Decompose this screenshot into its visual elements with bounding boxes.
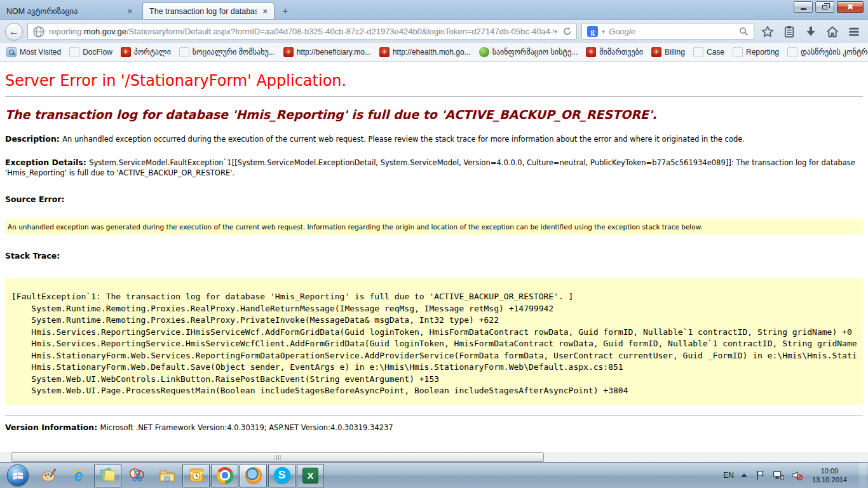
snipping-tool-icon <box>129 467 146 484</box>
search-input[interactable]: Google <box>609 27 735 36</box>
search-icon[interactable] <box>739 27 749 36</box>
folder-explorer-icon <box>159 467 175 484</box>
language-indicator[interactable]: EN <box>723 471 734 480</box>
home-icon[interactable] <box>826 25 839 38</box>
action-center-flag-icon[interactable] <box>754 470 766 481</box>
system-tray: EN 10:09 13.10.2014 <box>723 463 868 488</box>
taskbar-snipping-tool-button[interactable] <box>123 463 151 487</box>
bookmark-attendance-control[interactable]: დასწრების კონტრო... <box>787 47 868 57</box>
clock[interactable]: 10:09 13.10.2014 <box>812 466 847 484</box>
bookmark-star-icon[interactable] <box>761 25 774 38</box>
stack-line: Hmis.Services.ReportingService.IHmisServ… <box>11 327 863 339</box>
taskbar-internet-explorer-button[interactable]: e <box>64 463 93 487</box>
url-bar[interactable]: reporting.moh.gov.ge/Stationaryform/Defa… <box>27 23 577 40</box>
stack-line: System.Runtime.Remoting.Proxies.RealProx… <box>11 303 863 315</box>
error-page: Server Error in '/StationaryForm' Applic… <box>0 62 868 451</box>
taskbar-sticky-notes-button[interactable] <box>94 464 121 487</box>
stack-line: [FaultException`1: The transaction log f… <box>11 291 863 303</box>
search-engine-dropdown-icon[interactable]: ▾ <box>602 28 605 35</box>
new-tab-button[interactable]: + <box>277 4 294 17</box>
scrollbar-corner <box>857 452 868 463</box>
bookmark-case[interactable]: Case <box>693 47 724 57</box>
bookmark-placeholder-icon <box>733 47 743 57</box>
restore-button[interactable] <box>815 1 834 13</box>
stack-line: Hmis.StationaryForm.Web.Default.Save(Obj… <box>11 362 863 374</box>
most-visited-icon <box>6 47 17 57</box>
clock-date: 13.10.2014 <box>812 475 847 484</box>
bookmark-most-visited[interactable]: Most Visited <box>6 47 61 57</box>
taskbar-chrome-button[interactable] <box>211 464 238 487</box>
show-desktop-button[interactable] <box>859 463 867 488</box>
close-icon: ✖ <box>847 3 853 11</box>
reload-icon[interactable] <box>562 27 572 36</box>
bookmark-placeholder-icon <box>787 47 797 57</box>
green-globe-icon <box>479 47 489 57</box>
back-button[interactable]: ← <box>5 23 23 41</box>
minimize-icon <box>801 8 806 10</box>
search-bar[interactable]: g ▾ Google <box>581 23 754 40</box>
tab-label: The transaction log for databas... <box>149 7 257 16</box>
minimize-button[interactable] <box>794 1 813 13</box>
stack-line: Hmis.StationaryForm.Web.Services.Reporti… <box>11 350 863 362</box>
description-line: Description: An unhandled exception occu… <box>5 133 863 145</box>
taskbar-windows-explorer-button[interactable] <box>153 463 181 487</box>
divider <box>5 416 863 416</box>
window-controls: ✖ <box>794 1 864 13</box>
georgian-crest-icon <box>121 47 131 57</box>
bookmark-beneficiary[interactable]: http://beneficiary.mo... <box>283 47 371 57</box>
chrome-icon <box>217 467 233 484</box>
bookmark-docflow[interactable]: DocFlow <box>69 47 112 57</box>
stack-line: Hmis.Services.ReportingService.HmisServi… <box>11 338 863 350</box>
navigation-toolbar: ← reporting.moh.gov.ge/Stationaryform/De… <box>0 20 868 43</box>
taskbar-outlook-button[interactable] <box>182 464 210 487</box>
bookmark-social-service[interactable]: სოციალური მომსახუ... <box>179 47 275 57</box>
bookmark-information-system[interactable]: საინფორმაციო სისტე... <box>479 47 578 57</box>
scrollbar-grip-icon <box>275 455 281 460</box>
internet-explorer-icon: e <box>71 467 87 484</box>
scrollbar-thumb[interactable] <box>11 452 544 462</box>
description-label: Description: <box>5 134 62 144</box>
paint-icon <box>41 467 57 484</box>
taskbar-paint-button[interactable] <box>34 463 63 487</box>
menu-hamburger-icon[interactable] <box>848 25 860 38</box>
bookmark-placeholder-icon <box>179 47 189 57</box>
bookmark-referrals[interactable]: მიმართვები <box>586 47 643 57</box>
volume-muted-icon[interactable] <box>791 470 803 481</box>
google-engine-icon[interactable]: g <box>587 26 598 37</box>
hidden-icons-arrow-icon[interactable] <box>741 473 747 477</box>
url-dropdown-icon[interactable]: ▾ <box>554 28 557 35</box>
source-error-text: An unhandled exception was generated dur… <box>8 223 703 231</box>
start-button[interactable] <box>2 463 34 488</box>
firefox-icon <box>245 467 262 484</box>
taskbar-excel-button[interactable]: X <box>297 464 324 487</box>
bookmark-portal[interactable]: პორტალი <box>121 47 171 57</box>
exception-details-line: Exception Details: System.ServiceModel.F… <box>5 157 863 179</box>
page-title: Server Error in '/StationaryForm' Applic… <box>5 72 863 90</box>
outlook-icon <box>188 467 205 484</box>
stack-line: System.Web.UI.Page.ProcessRequestMain(Bo… <box>11 385 863 397</box>
excel-icon: X <box>302 468 318 484</box>
georgian-crest-icon <box>283 47 294 57</box>
horizontal-scrollbar[interactable] <box>0 451 868 462</box>
scroll-left-button[interactable] <box>0 452 11 463</box>
bookmark-billing[interactable]: Billing <box>651 47 685 57</box>
taskbar-skype-button[interactable]: S <box>268 464 295 487</box>
close-button[interactable]: ✖ <box>837 1 864 13</box>
tab-close-icon[interactable]: × <box>262 6 268 16</box>
taskbar-firefox-button[interactable] <box>240 464 267 487</box>
url-text[interactable]: reporting.moh.gov.ge/Stationaryform/Defa… <box>49 27 554 36</box>
stack-line: System.Runtime.Remoting.Proxies.RealProx… <box>11 315 863 327</box>
tab-label: NOM ავტორიზაცია <box>6 6 122 16</box>
source-error-label: Source Error: <box>5 194 863 204</box>
tab-nom-authorization[interactable]: NOM ავტორიზაცია × <box>0 3 139 19</box>
bookmark-reporting[interactable]: Reporting <box>733 47 779 57</box>
windows-logo-icon <box>7 464 29 486</box>
tab-transaction-log-error[interactable]: The transaction log for databas... × <box>142 3 275 19</box>
bookmarks-list-icon[interactable] <box>783 25 796 38</box>
tab-close-icon[interactable]: × <box>127 6 132 16</box>
divider <box>5 96 863 97</box>
downloads-icon[interactable] <box>804 25 817 38</box>
bookmark-ehealth[interactable]: http://ehealth.moh.go... <box>379 47 471 57</box>
network-icon[interactable] <box>773 470 784 481</box>
bookmark-placeholder-icon <box>69 47 79 57</box>
